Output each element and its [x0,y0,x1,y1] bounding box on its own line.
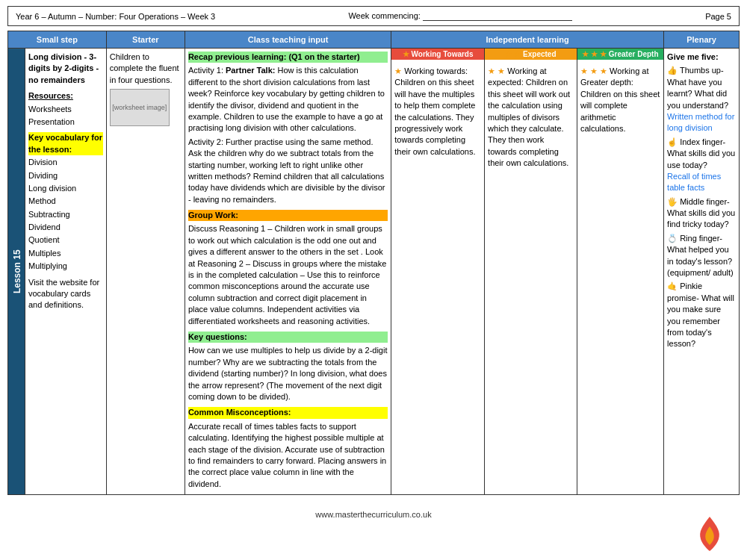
working-towards-cell: ★ Working Towards ★ Working towards: Chi… [391,49,485,495]
starter-text: Children to complete the fluent in four … [110,52,182,86]
vocab-division: Division [28,157,103,168]
group-body: Discuss Reasoning 1 – Children work in s… [188,223,388,327]
teaching-cell: Recap previous learning: (Q1 on the star… [185,49,391,495]
content-row: Lesson 15 Long division - 3-digits by 2-… [8,49,740,495]
small-step-cell: Long division - 3-digits by 2-digits - n… [25,49,107,495]
resources-label: Resources: [28,90,103,102]
footer-url: www.masterthecurriculum.co.uk [315,510,431,519]
plenary-ring: 💍 Ring finger- What helped you in today'… [667,233,736,279]
th-small-step: Small step [8,31,107,49]
week-underline [423,11,572,21]
key-vocab-label: Key vocabulary for the lesson: [28,132,103,155]
vocab-long-division: Long division [28,183,103,194]
gd-stars: ★ ★ ★ [582,50,607,58]
exp-header: ★ ★ Expected [485,49,577,60]
wt-text: ★ Working towards: Children on this shee… [394,66,481,158]
resource-presentation: Presentation [28,116,103,128]
wt-body: ★ Working towards: Children on this shee… [391,63,484,162]
misconceptions-body: Accurate recall of times tables facts to… [188,421,388,490]
header-bar: Year 6 – Autumn – Number: Four Operation… [7,6,740,26]
plenary-intro: Give me five: [667,52,736,63]
logo-flame-icon [695,515,725,553]
vocab-subtracting: Subtracting [28,209,103,220]
misconceptions-heading: Common Misconceptions: [188,407,388,418]
expected-cell: ★ ★ Expected ★ ★ Working at expected: Ch… [485,49,577,495]
footer-logo-area [695,515,725,553]
gd-text: ★ ★ ★ Working at Greater depth: Children… [580,66,660,134]
wt-header: ★ Working Towards [391,49,484,60]
activity2-body: Activity 2: Further practise using the s… [188,137,388,205]
header-week: Week commencing: [348,11,571,21]
vocab-multiples: Multiples [28,248,103,259]
vocab-method: Method [28,196,103,207]
th-plenary: Plenary [664,31,740,49]
small-step-title: Long division - 3-digits by 2-digits - n… [28,52,103,86]
th-starter: Starter [106,31,185,49]
vocab-dividing: Dividing [28,170,103,181]
th-teaching: Class teaching input [185,31,391,49]
recap-body: Activity 1: Partner Talk: How is this ca… [188,65,388,134]
starter-image: [worksheet image] [110,89,170,126]
exp-text: ★ ★ Working at expected: Children on thi… [488,66,574,169]
vocab-quotient: Quotient [28,234,103,246]
key-q-heading: Key questions: [188,332,388,343]
plenary-middle: 🖐 Middle finger- What skills did you fin… [667,196,736,231]
gd-header: ★ ★ ★ Greater Depth [577,49,663,60]
main-table: Small step Starter Class teaching input … [7,31,740,495]
footer: www.masterthecurriculum.co.uk [7,495,740,534]
key-q-body: How can we use multiples to help us divi… [188,345,388,402]
header-title: Year 6 – Autumn – Number: Four Operation… [16,12,215,21]
plenary-thumb: 👍 Thumbs up- What have you learnt? What … [667,65,736,134]
column-headers: Small step Starter Class teaching input … [8,31,740,49]
group-heading: Group Work: [188,210,388,221]
gd-body: ★ ★ ★ Working at Greater depth: Children… [577,63,663,139]
page-wrapper: Year 6 – Autumn – Number: Four Operation… [0,0,747,540]
header-page: Page 5 [705,12,731,21]
plenary-thumb-link: Written method for long division [667,112,734,132]
exp-stars: ★ ★ [505,50,521,58]
visit-text: Visit the website for vocabulary cards a… [28,277,103,311]
th-independent: Independent learning [391,31,664,49]
plenary-pinkie: 🤙 Pinkie promise- What will you make sur… [667,281,736,349]
plenary-index-link: Recall of times table facts [667,172,721,192]
exp-body: ★ ★ Working at expected: Children on thi… [485,63,577,174]
vocab-multiplying: Multiplying [28,261,103,272]
plenary-index: ☝ Index finger- What skills did you use … [667,137,736,194]
plenary-cell: Give me five: 👍 Thumbs up- What have you… [664,49,740,495]
greater-depth-cell: ★ ★ ★ Greater Depth ★ ★ ★ Working at Gre… [577,49,663,495]
lesson-label: Lesson 15 [8,49,25,495]
recap-heading: Recap previous learning: (Q1 on the star… [188,52,388,63]
starter-cell: Children to complete the fluent in four … [106,49,185,495]
wt-stars: ★ [403,50,409,58]
vocab-dividend: Dividend [28,222,103,233]
resource-worksheets: Worksheets [28,104,103,115]
